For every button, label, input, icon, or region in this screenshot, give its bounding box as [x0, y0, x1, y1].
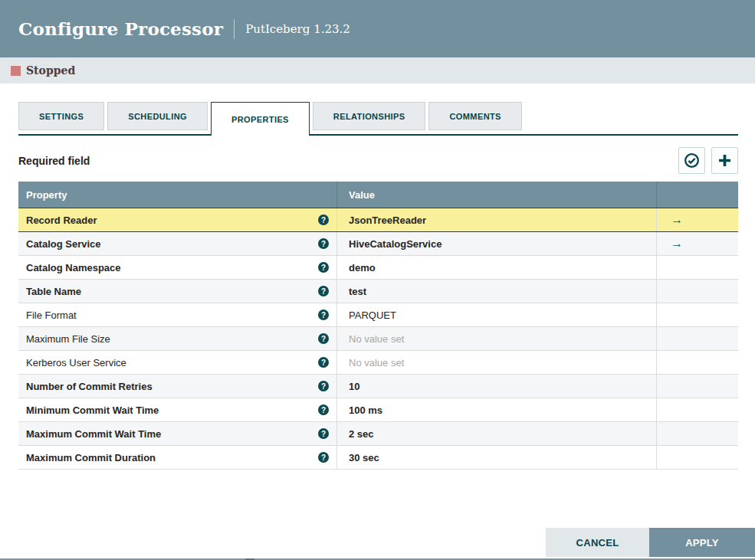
- property-name: Catalog Namespace: [26, 262, 318, 273]
- tab-comments[interactable]: COMMENTS: [428, 102, 521, 130]
- property-name: Maximum Commit Duration: [26, 452, 318, 463]
- property-name: Minimum Commit Wait Time: [26, 404, 318, 416]
- table-row[interactable]: Minimum Commit Wait Time ? 100 ms: [18, 398, 738, 422]
- tab-settings[interactable]: SETTINGS: [18, 102, 104, 130]
- help-icon[interactable]: ?: [318, 215, 329, 225]
- table-row[interactable]: File Format ? PARQUET: [18, 303, 738, 327]
- action-cell: →: [657, 232, 738, 255]
- property-cell: Table Name ?: [18, 280, 337, 303]
- properties-table-body: Record Reader ? JsonTreeReader → Catalog…: [18, 208, 738, 470]
- plus-icon: [717, 152, 733, 169]
- column-header-value: Value: [337, 182, 657, 208]
- table-row[interactable]: Maximum Commit Wait Time ? 2 sec: [18, 422, 738, 446]
- action-cell: [657, 280, 738, 303]
- table-row[interactable]: Number of Commit Retries ? 10: [18, 375, 738, 398]
- action-cell: [657, 375, 738, 398]
- property-value[interactable]: demo: [337, 256, 657, 279]
- tab-relationships[interactable]: RELATIONSHIPS: [313, 102, 426, 130]
- table-row[interactable]: Table Name ? test: [18, 280, 738, 303]
- status-label: Stopped: [26, 64, 75, 77]
- property-value[interactable]: 2 sec: [337, 422, 657, 445]
- property-value[interactable]: 100 ms: [337, 398, 657, 421]
- table-header: Property Value: [18, 182, 738, 208]
- required-field-label: Required field: [18, 155, 90, 167]
- property-name: File Format: [26, 309, 318, 321]
- help-icon[interactable]: ?: [318, 381, 329, 391]
- goto-service-icon[interactable]: →: [671, 237, 683, 250]
- check-circle-icon: [684, 152, 700, 169]
- property-value[interactable]: test: [337, 280, 657, 303]
- property-name: Table Name: [26, 286, 318, 297]
- properties-table: Property Value Record Reader ? JsonTreeR…: [18, 182, 738, 470]
- table-row[interactable]: Maximum Commit Duration ? 30 sec: [18, 446, 738, 470]
- property-cell: Maximum Commit Duration ?: [18, 446, 337, 469]
- status-bar: Stopped: [0, 57, 755, 84]
- property-name: Maximum File Size: [26, 333, 318, 345]
- property-cell: Catalog Namespace ?: [18, 256, 337, 279]
- property-value[interactable]: No value set: [337, 327, 657, 350]
- apply-button[interactable]: APPLY: [649, 528, 755, 557]
- table-row[interactable]: Catalog Namespace ? demo: [18, 256, 738, 280]
- property-cell: Minimum Commit Wait Time ?: [18, 398, 337, 421]
- properties-toolbar: Required field: [18, 147, 738, 174]
- help-icon[interactable]: ?: [318, 309, 329, 320]
- property-cell: File Format ?: [18, 303, 337, 326]
- help-icon[interactable]: ?: [318, 262, 329, 273]
- action-cell: →: [657, 208, 738, 231]
- action-cell: [657, 256, 738, 279]
- tab-label: RELATIONSHIPS: [333, 112, 405, 121]
- goto-service-icon[interactable]: →: [671, 214, 683, 226]
- dialog-title: Configure Processor: [18, 18, 223, 39]
- action-cell: [657, 446, 738, 469]
- property-name: Catalog Service: [26, 238, 318, 250]
- cancel-button[interactable]: CANCEL: [546, 528, 649, 557]
- help-icon[interactable]: ?: [318, 404, 329, 415]
- property-cell: Kerberos User Service ?: [18, 351, 337, 374]
- help-icon[interactable]: ?: [318, 286, 329, 296]
- table-row[interactable]: Maximum File Size ? No value set: [18, 327, 738, 351]
- action-cell: [657, 327, 738, 350]
- processor-type-version: PutIceberg 1.23.2: [245, 22, 350, 36]
- dialog-footer: CANCEL APPLY: [546, 528, 755, 557]
- stopped-indicator-icon: [11, 66, 21, 76]
- column-header-actions: [657, 182, 738, 208]
- dialog-header: Configure Processor PutIceberg 1.23.2: [0, 0, 755, 57]
- property-cell: Maximum Commit Wait Time ?: [18, 422, 337, 445]
- add-property-button[interactable]: [711, 147, 738, 174]
- tab-label: SCHEDULING: [128, 112, 187, 121]
- property-name: Number of Commit Retries: [26, 381, 318, 392]
- property-cell: Catalog Service ?: [18, 232, 337, 255]
- tab-label: COMMENTS: [449, 112, 501, 121]
- help-icon[interactable]: ?: [318, 428, 329, 439]
- tab-properties[interactable]: PROPERTIES: [211, 102, 310, 136]
- property-value[interactable]: HiveCatalogService: [337, 232, 657, 255]
- property-name: Maximum Commit Wait Time: [26, 428, 318, 440]
- help-icon[interactable]: ?: [318, 357, 329, 368]
- property-value[interactable]: No value set: [337, 351, 657, 374]
- property-cell: Maximum File Size ?: [18, 327, 337, 350]
- table-row[interactable]: Record Reader ? JsonTreeReader →: [18, 208, 738, 232]
- table-row[interactable]: Catalog Service ? HiveCatalogService →: [18, 232, 738, 256]
- property-value[interactable]: 30 sec: [337, 446, 657, 469]
- tab-scheduling[interactable]: SCHEDULING: [107, 102, 208, 130]
- tab-label: PROPERTIES: [231, 115, 289, 124]
- tab-bar: SETTINGS SCHEDULING PROPERTIES RELATIONS…: [18, 102, 738, 136]
- help-icon[interactable]: ?: [318, 452, 329, 463]
- table-row[interactable]: Kerberos User Service ? No value set: [18, 351, 738, 375]
- action-cell: [657, 422, 738, 445]
- property-name: Record Reader: [26, 215, 318, 226]
- column-header-property: Property: [18, 182, 337, 208]
- action-cell: [657, 351, 738, 374]
- property-cell: Number of Commit Retries ?: [18, 375, 337, 398]
- verify-properties-button[interactable]: [678, 147, 705, 174]
- help-icon[interactable]: ?: [318, 238, 329, 249]
- property-value[interactable]: JsonTreeReader: [337, 208, 657, 231]
- help-icon[interactable]: ?: [318, 333, 329, 344]
- property-cell: Record Reader ?: [18, 208, 337, 231]
- tab-underline: [18, 134, 738, 136]
- property-value[interactable]: PARQUET: [337, 303, 657, 326]
- property-value[interactable]: 10: [337, 375, 657, 398]
- tab-label: SETTINGS: [39, 112, 84, 121]
- action-cell: [657, 303, 738, 326]
- title-divider: [234, 19, 235, 39]
